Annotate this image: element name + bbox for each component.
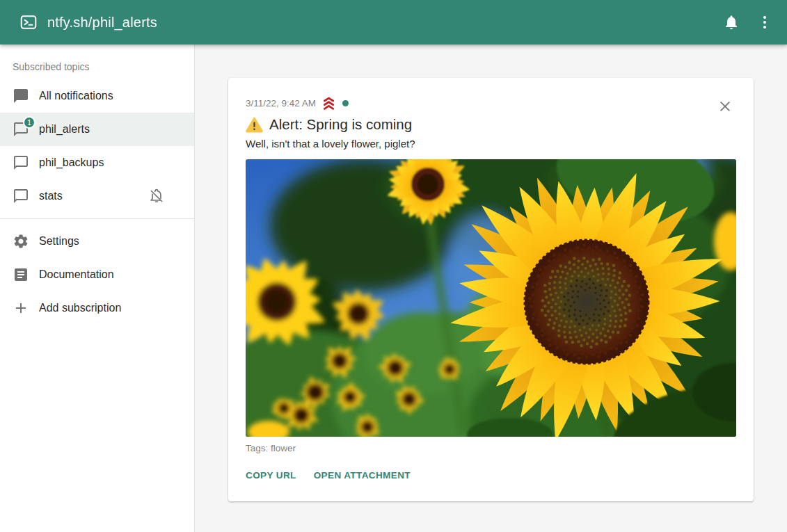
chat-bubble-outline-icon: 1 xyxy=(13,121,29,138)
bell-icon xyxy=(723,14,740,31)
warning-emoji-icon xyxy=(246,117,263,133)
priority-max-icon xyxy=(321,96,336,111)
kebab-menu-icon xyxy=(756,14,773,31)
sidebar-item-label: stats xyxy=(39,190,138,202)
sidebar-item-label: phil_alerts xyxy=(39,123,183,136)
open-attachment-button[interactable]: OPEN ATTACHMENT xyxy=(314,465,411,486)
unread-count-badge: 1 xyxy=(23,116,35,129)
sidebar-item-label: Add subscription xyxy=(39,302,183,314)
bell-off-icon xyxy=(148,188,165,204)
chat-bubble-filled-icon xyxy=(13,88,29,104)
gear-icon xyxy=(13,233,29,250)
overflow-menu-button[interactable] xyxy=(748,6,781,39)
sidebar: Subscribed topics All notifications 1 ph… xyxy=(0,45,195,532)
sunflower-photo xyxy=(246,159,736,437)
unread-dot-icon xyxy=(342,100,349,106)
notification-title: Alert: Spring is coming xyxy=(246,116,736,133)
close-notification-button[interactable] xyxy=(713,95,737,118)
sidebar-item-stats[interactable]: stats xyxy=(0,179,194,213)
app-title: ntfy.sh/phil_alerts xyxy=(47,15,157,31)
article-icon xyxy=(13,266,29,283)
notification-body: Well, isn't that a lovely flower, piglet… xyxy=(246,138,736,150)
main-content: 3/11/22, 9:42 AM xyxy=(195,45,787,532)
plus-icon xyxy=(13,300,29,316)
chat-bubble-outline-icon xyxy=(13,154,29,171)
sidebar-item-phil-backups[interactable]: phil_backups xyxy=(0,146,194,179)
sidebar-item-settings[interactable]: Settings xyxy=(0,225,194,258)
sidebar-item-phil-alerts[interactable]: 1 phil_alerts xyxy=(0,113,194,146)
notifications-bell-button[interactable] xyxy=(715,6,748,39)
chat-bubble-outline-icon xyxy=(13,188,29,204)
sidebar-item-label: Documentation xyxy=(39,268,183,281)
appbar: ntfy.sh/phil_alerts xyxy=(0,0,787,45)
sidebar-item-label: phil_backups xyxy=(39,156,183,169)
notification-title-text: Alert: Spring is coming xyxy=(269,116,412,133)
sidebar-divider xyxy=(0,218,194,219)
notification-timestamp: 3/11/22, 9:42 AM xyxy=(246,98,316,108)
copy-url-button[interactable]: COPY URL xyxy=(246,465,296,486)
sidebar-item-label: Settings xyxy=(39,235,183,248)
sidebar-item-all-notifications[interactable]: All notifications xyxy=(0,79,194,113)
sidebar-item-label: All notifications xyxy=(39,90,183,102)
terminal-logo-icon xyxy=(19,13,38,31)
attachment-image[interactable] xyxy=(246,159,736,437)
sidebar-item-add-subscription[interactable]: Add subscription xyxy=(0,291,194,325)
notification-tags: Tags: flower xyxy=(246,443,736,453)
close-icon xyxy=(717,99,733,114)
notification-card: 3/11/22, 9:42 AM xyxy=(228,78,754,501)
sidebar-item-documentation[interactable]: Documentation xyxy=(0,258,194,291)
subscribed-topics-label: Subscribed topics xyxy=(0,53,194,79)
